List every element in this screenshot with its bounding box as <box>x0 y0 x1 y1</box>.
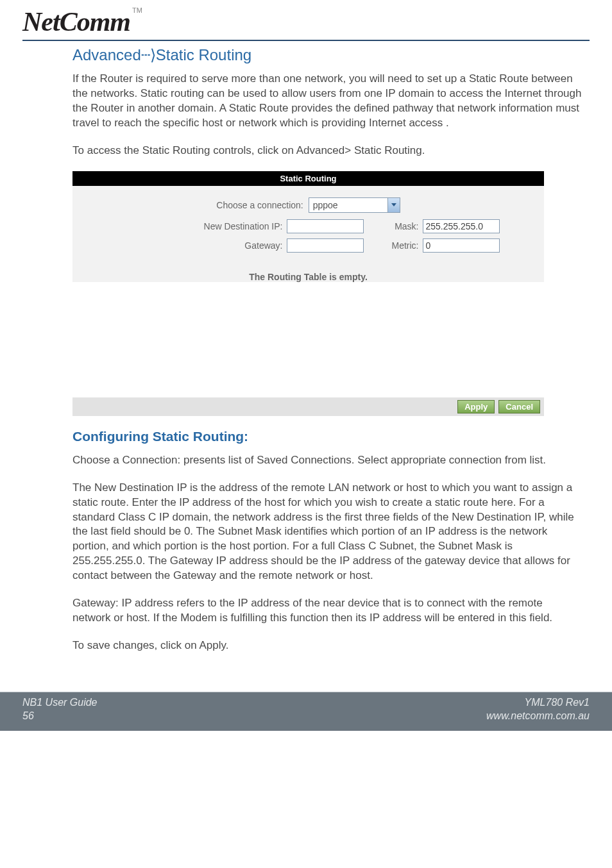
brand-logo: NetComm <box>22 6 130 37</box>
apply-button[interactable]: Apply <box>457 400 495 413</box>
mask-input[interactable] <box>423 219 500 233</box>
page-footer: NB1 User Guide 56 YML780 Rev1 www.netcom… <box>0 692 612 731</box>
footer-guide-name: NB1 User Guide <box>22 696 98 710</box>
trademark-symbol: TM <box>132 6 142 14</box>
new-destination-ip-input[interactable] <box>287 219 364 233</box>
connection-selected-value: pppoe <box>309 198 387 212</box>
metric-label: Metric: <box>374 240 419 251</box>
footer-page-number: 56 <box>22 710 98 723</box>
cancel-button[interactable]: Cancel <box>498 400 540 413</box>
chevron-down-icon[interactable] <box>387 198 400 212</box>
header-bar: NetComm TM <box>22 6 590 41</box>
page-title: Advanced┄⟩Static Routing <box>72 46 583 64</box>
configuring-p1: Choose a Connection: presents list of Sa… <box>72 453 583 468</box>
footer-revision: YML780 Rev1 <box>486 696 590 710</box>
footer-url: www.netcomm.com.au <box>486 710 590 723</box>
gateway-label: Gateway: <box>116 240 283 251</box>
new-destination-ip-label: New Destination IP: <box>116 221 283 231</box>
metric-input[interactable] <box>423 238 500 253</box>
configuring-p3: Gateway: IP address refers to the IP add… <box>72 596 583 626</box>
intro-paragraph: If the Router is required to serve more … <box>72 72 583 131</box>
configuring-p2: The New Destination IP is the address of… <box>72 481 583 584</box>
panel-title: Static Routing <box>72 171 544 186</box>
configuring-title: Configuring Static Routing: <box>72 429 583 444</box>
panel-button-bar: Apply Cancel <box>72 397 544 416</box>
mask-label: Mask: <box>374 221 419 231</box>
connection-select[interactable]: pppoe <box>309 197 400 213</box>
choose-connection-label: Choose a connection: <box>216 200 303 210</box>
gateway-input[interactable] <box>287 238 364 253</box>
routing-table-empty-message: The Routing Table is empty. <box>72 272 544 282</box>
static-routing-panel: Static Routing Choose a connection: pppo… <box>72 171 544 416</box>
configuring-p4: To save changes, click on Apply. <box>72 638 583 653</box>
access-note: To access the Static Routing controls, c… <box>72 144 583 158</box>
